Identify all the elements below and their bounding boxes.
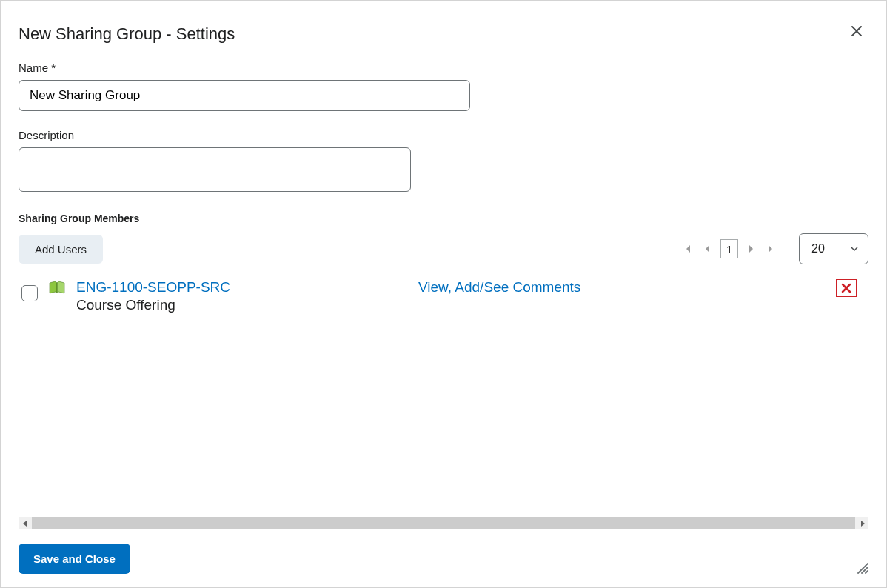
triangle-right-icon (860, 521, 866, 527)
members-section-label: Sharing Group Members (19, 213, 868, 224)
close-icon (851, 25, 863, 37)
pager-prev-button[interactable] (703, 243, 712, 255)
row-checkbox[interactable] (21, 285, 38, 301)
triangle-left-icon (22, 521, 28, 527)
pager-next-button[interactable] (747, 243, 756, 255)
member-permissions-link[interactable]: View, Add/See Comments (418, 279, 580, 295)
x-delete-icon (841, 283, 851, 293)
member-title-link[interactable]: ENG-1100-SEOPP-SRC (76, 279, 230, 295)
member-subtitle: Course Offering (76, 297, 230, 313)
scroll-left-button[interactable] (19, 517, 31, 529)
dialog-footer: Save and Close (19, 544, 868, 574)
members-section: Sharing Group Members Add Users 20 (19, 213, 868, 313)
pager-page-input[interactable] (720, 239, 738, 258)
name-label: Name * (19, 61, 868, 74)
dialog-title: New Sharing Group - Settings (19, 24, 235, 44)
per-page-select[interactable]: 20 (799, 233, 868, 264)
scroll-thumb[interactable] (32, 517, 855, 529)
sharing-group-dialog: New Sharing Group - Settings Name * Desc… (0, 0, 887, 588)
pager: 20 (683, 233, 868, 264)
skip-last-icon (763, 244, 774, 253)
book-icon (48, 281, 66, 295)
close-button[interactable] (845, 19, 868, 45)
add-users-button[interactable]: Add Users (19, 235, 103, 264)
member-text: ENG-1100-SEOPP-SRC Course Offering (76, 279, 230, 313)
name-input[interactable] (19, 80, 470, 111)
chevron-down-icon (850, 244, 859, 253)
description-section: Description (19, 129, 868, 195)
description-label: Description (19, 129, 868, 141)
description-input[interactable] (19, 147, 411, 192)
delete-member-button[interactable] (836, 279, 857, 297)
skip-first-icon (685, 244, 695, 253)
scroll-right-button[interactable] (856, 517, 868, 529)
chevron-left-icon (704, 244, 710, 253)
chevron-right-icon (749, 244, 754, 253)
per-page-value: 20 (811, 242, 825, 255)
horizontal-scrollbar[interactable] (19, 517, 868, 529)
member-row-wrap: ENG-1100-SEOPP-SRC Course Offering View,… (19, 279, 868, 313)
save-and-close-button[interactable]: Save and Close (19, 544, 130, 574)
resize-handle[interactable] (855, 561, 868, 574)
pager-first-button[interactable] (683, 243, 697, 255)
pager-last-button[interactable] (762, 243, 775, 255)
dialog-header: New Sharing Group - Settings (19, 19, 868, 61)
members-toolbar: Add Users 20 (19, 233, 868, 264)
name-section: Name * (19, 61, 868, 111)
